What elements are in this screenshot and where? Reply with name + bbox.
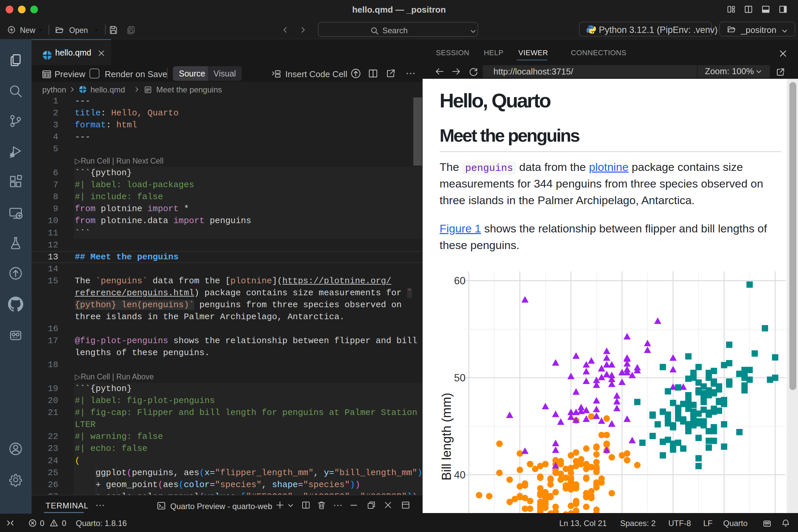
svg-text:Bill length (mm): Bill length (mm): [440, 393, 454, 480]
svg-text:40: 40: [454, 469, 466, 481]
svg-text:50: 50: [454, 372, 466, 384]
svg-text:60: 60: [454, 275, 466, 287]
